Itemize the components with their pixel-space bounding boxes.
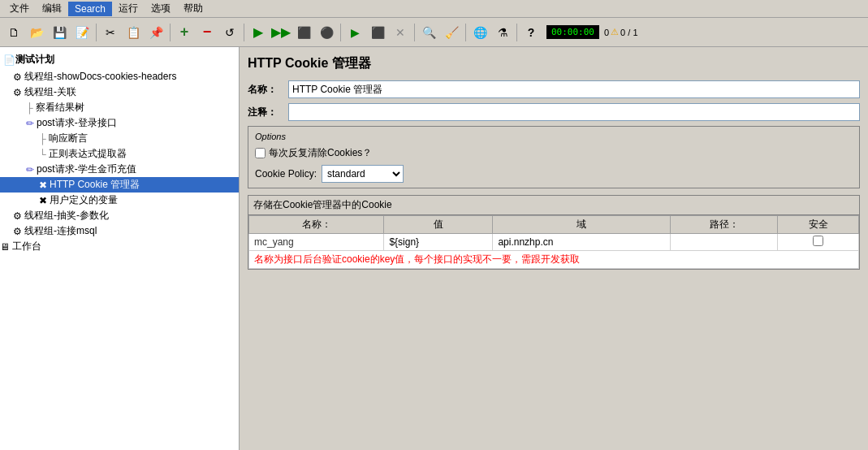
tree-icon-10: ⚙ bbox=[13, 210, 22, 222]
tb-start-btn[interactable]: ▶ bbox=[248, 22, 269, 43]
tree-item-7[interactable]: ✏ post请求-学生金币充值 bbox=[0, 162, 239, 177]
tree-item-1[interactable]: ⚙ 线程组-showDocs-cookies-headers bbox=[0, 69, 239, 84]
cell-value: ${sign} bbox=[384, 234, 493, 251]
sep4 bbox=[340, 24, 341, 41]
tree-label-6: 正则表达式提取器 bbox=[49, 147, 127, 161]
tb-saveas-btn[interactable]: 📝 bbox=[71, 22, 93, 43]
test-plan-label: 测试计划 bbox=[15, 53, 54, 67]
tb-open-btn[interactable]: 📂 bbox=[26, 22, 47, 43]
menu-file[interactable]: 文件 bbox=[3, 0, 36, 17]
policy-select[interactable]: standard compatibility netscape rfc2109 … bbox=[322, 165, 404, 183]
note-text: 名称为接口后台验证cookie的key值，每个接口的实现不一要，需跟开发获取 bbox=[249, 251, 859, 269]
tree-icon-2: ⚙ bbox=[13, 87, 22, 98]
tree-item-10[interactable]: ⚙ 线程组-抽奖-参数化 bbox=[0, 208, 239, 223]
tb-clear-btn[interactable]: 🔍 bbox=[418, 22, 439, 43]
tree-item-4[interactable]: ✏ post请求-登录接口 bbox=[0, 115, 239, 131]
menu-options[interactable]: 选项 bbox=[145, 0, 177, 17]
sep5 bbox=[414, 24, 415, 41]
tree-icon-7: ✏ bbox=[26, 164, 34, 175]
tree-label-11: 线程组-连接msql bbox=[24, 224, 97, 238]
tb-startnopauses-btn[interactable]: ▶▶ bbox=[270, 22, 291, 43]
tb-remote-start-btn[interactable]: ▶ bbox=[344, 22, 365, 43]
tree-item-3[interactable]: ├ 察看结果树 bbox=[0, 100, 239, 115]
tb-clearall-btn[interactable]: 🧹 bbox=[441, 22, 462, 43]
cookie-policy-row: Cookie Policy: standard compatibility ne… bbox=[255, 165, 853, 183]
note-row: 名称为接口后台验证cookie的key值，每个接口的实现不一要，需跟开发获取 bbox=[249, 251, 859, 269]
tb-remote-exit-btn[interactable]: ✕ bbox=[390, 22, 411, 43]
col-domain: 域 bbox=[493, 216, 671, 234]
options-title: Options bbox=[255, 132, 853, 141]
tb-remote-stop-btn[interactable]: ⬛ bbox=[367, 22, 388, 43]
tree-item-2[interactable]: ⚙ 线程组-关联 bbox=[0, 84, 239, 100]
cell-secure bbox=[778, 234, 859, 251]
tree-root[interactable]: 📄 测试计划 bbox=[0, 50, 239, 69]
tree-item-9[interactable]: ✖ 用户定义的变量 bbox=[0, 193, 239, 208]
tree-label-8: HTTP Cookie 管理器 bbox=[50, 178, 140, 192]
warn-icon: ⚠ bbox=[611, 27, 619, 37]
warn-count: 0 bbox=[604, 28, 609, 37]
tree-icon-1: ⚙ bbox=[13, 71, 22, 83]
col-name: 名称： bbox=[249, 216, 384, 234]
tb-functest-btn[interactable]: ⚗ bbox=[492, 22, 513, 43]
tree-item-6[interactable]: └ 正则表达式提取器 bbox=[0, 146, 239, 162]
tree-icon-8: ✖ bbox=[39, 180, 47, 191]
tree-icon-3: ├ bbox=[26, 102, 33, 114]
tb-cut-btn[interactable]: ✂ bbox=[100, 22, 121, 43]
secure-checkbox[interactable] bbox=[813, 236, 823, 246]
menubar: 文件 编辑 Search 运行 选项 帮助 bbox=[0, 0, 868, 18]
tb-browse-btn[interactable]: 🌐 bbox=[469, 22, 490, 43]
tb-add-btn[interactable]: + bbox=[174, 22, 195, 43]
cell-path bbox=[670, 234, 777, 251]
tree-item-12[interactable]: 🖥 工作台 bbox=[0, 239, 239, 254]
tree-icon-6: └ bbox=[39, 149, 46, 160]
menu-search[interactable]: Search bbox=[68, 2, 112, 16]
table-row[interactable]: mc_yang ${sign} api.nnzhp.cn bbox=[249, 234, 859, 251]
tree-icon-12: 🖥 bbox=[0, 241, 10, 253]
tree-item-8[interactable]: ✖ HTTP Cookie 管理器 bbox=[0, 177, 239, 193]
options-box: Options 每次反复清除Cookies？ Cookie Policy: st… bbox=[248, 126, 860, 188]
tree-item-11[interactable]: ⚙ 线程组-连接msql bbox=[0, 223, 239, 239]
comment-label: 注释： bbox=[248, 106, 288, 119]
sep2 bbox=[170, 24, 171, 41]
sep1 bbox=[96, 24, 97, 41]
main-layout: 📄 测试计划 ⚙ 线程组-showDocs-cookies-headers ⚙ … bbox=[0, 47, 868, 450]
warn-display: 0 ⚠ 0 / 1 bbox=[604, 27, 638, 37]
comment-row: 注释： bbox=[248, 103, 860, 121]
tb-save-btn[interactable]: 💾 bbox=[49, 22, 70, 43]
cookie-section: 存储在Cookie管理器中的Cookie 名称： 值 域 路径： 安全 mc_y… bbox=[248, 195, 860, 270]
tree-item-5[interactable]: ├ 响应断言 bbox=[0, 131, 239, 146]
menu-help[interactable]: 帮助 bbox=[177, 0, 209, 17]
tree-icon-11: ⚙ bbox=[13, 226, 22, 237]
right-panel: HTTP Cookie 管理器 名称： 注释： Options 每次反复清除Co… bbox=[240, 47, 868, 450]
sep7 bbox=[516, 24, 517, 41]
sep3 bbox=[244, 24, 244, 41]
tree-label-1: 线程组-showDocs-cookies-headers bbox=[24, 70, 176, 84]
tb-copy-btn[interactable]: 📋 bbox=[123, 22, 144, 43]
panel-title: HTTP Cookie 管理器 bbox=[248, 55, 860, 72]
tb-refresh-btn[interactable]: ↺ bbox=[219, 22, 240, 43]
tb-remove-btn[interactable]: − bbox=[196, 22, 218, 43]
clear-cookies-row: 每次反复清除Cookies？ bbox=[255, 146, 853, 160]
tb-new-btn[interactable]: 🗋 bbox=[3, 22, 24, 43]
name-input[interactable] bbox=[288, 80, 860, 98]
menu-run[interactable]: 运行 bbox=[112, 0, 145, 17]
tb-shutdown-btn[interactable]: ⚫ bbox=[316, 22, 337, 43]
tb-stop-btn[interactable]: ⬛ bbox=[293, 22, 314, 43]
tree-label-2: 线程组-关联 bbox=[24, 85, 76, 99]
cell-name: mc_yang bbox=[249, 234, 384, 251]
tree-label-9: 用户定义的变量 bbox=[50, 193, 118, 207]
tree-label-12: 工作台 bbox=[12, 240, 41, 253]
tb-help-btn[interactable]: ? bbox=[520, 22, 542, 43]
cookie-section-title: 存储在Cookie管理器中的Cookie bbox=[248, 196, 859, 215]
tree-label-10: 线程组-抽奖-参数化 bbox=[24, 209, 109, 223]
col-path: 路径： bbox=[670, 216, 777, 234]
test-plan-icon: 📄 bbox=[3, 54, 15, 66]
tb-paste-btn[interactable]: 📌 bbox=[145, 22, 166, 43]
menu-edit[interactable]: 编辑 bbox=[36, 0, 68, 17]
left-panel: 📄 测试计划 ⚙ 线程组-showDocs-cookies-headers ⚙ … bbox=[0, 47, 240, 450]
toolbar: 🗋 📂 💾 📝 ✂ 📋 📌 + − ↺ ▶ ▶▶ ⬛ ⚫ ▶ ⬛ ✕ 🔍 🧹 🌐… bbox=[0, 18, 868, 47]
tree-icon-4: ✏ bbox=[26, 118, 34, 129]
name-row: 名称： bbox=[248, 80, 860, 98]
clear-cookies-checkbox[interactable] bbox=[255, 148, 266, 158]
comment-input[interactable] bbox=[288, 103, 860, 121]
